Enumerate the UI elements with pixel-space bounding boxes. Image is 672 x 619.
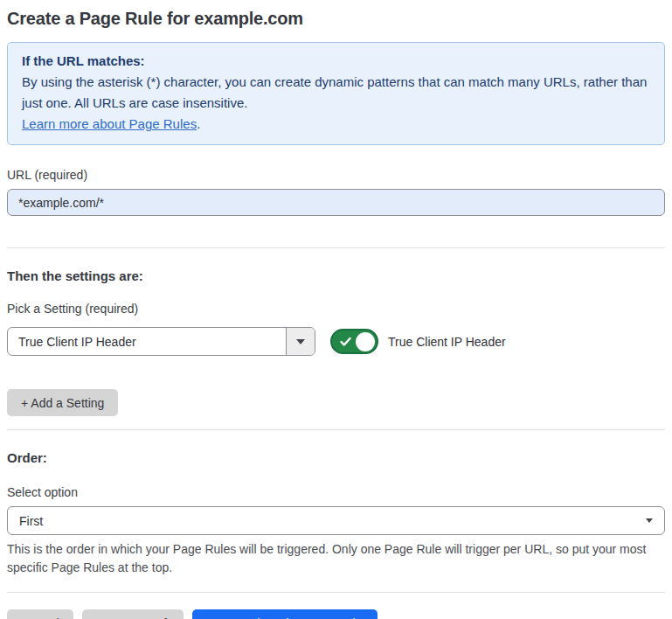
select-option-label: Select option — [7, 485, 665, 500]
url-label: URL (required) — [7, 168, 665, 183]
learn-more-link[interactable]: Learn more about Page Rules — [22, 116, 197, 131]
info-box-body: By using the asterisk (*) character, you… — [22, 72, 650, 114]
add-setting-button[interactable]: + Add a Setting — [7, 389, 118, 416]
url-input[interactable] — [7, 189, 665, 216]
settings-section-heading: Then the settings are: — [7, 268, 665, 283]
divider — [7, 592, 665, 593]
actions-row: Cancel Save as Draft Save and Deploy Pag… — [7, 609, 665, 619]
order-select[interactable]: First — [7, 506, 665, 535]
url-match-info-box: If the URL matches: By using the asteris… — [7, 42, 665, 145]
setting-select[interactable]: True Client IP Header — [7, 327, 315, 356]
check-icon — [340, 337, 351, 346]
setting-select-value: True Client IP Header — [8, 328, 286, 355]
save-draft-button[interactable]: Save as Draft — [82, 609, 184, 619]
cancel-button[interactable]: Cancel — [7, 609, 73, 619]
true-client-ip-toggle[interactable] — [330, 329, 378, 354]
order-help-text: This is the order in which your Page Rul… — [7, 540, 658, 577]
learn-more-link-suffix: . — [197, 116, 200, 131]
toggle-wrap: True Client IP Header — [330, 329, 506, 354]
create-page-rule-page: Create a Page Rule for example.com If th… — [0, 0, 672, 619]
setting-row: True Client IP Header True Client IP Hea… — [7, 327, 665, 356]
caret-down-icon — [646, 518, 653, 523]
setting-select-caret-button[interactable] — [286, 328, 315, 355]
order-section-heading: Order: — [7, 450, 665, 465]
caret-down-icon — [296, 339, 305, 344]
toggle-setting-label: True Client IP Header — [388, 335, 506, 349]
divider — [7, 429, 665, 430]
page-title: Create a Page Rule for example.com — [7, 9, 665, 29]
info-box-heading: If the URL matches: — [22, 51, 650, 72]
save-deploy-button[interactable]: Save and Deploy Page Rule — [192, 609, 378, 619]
divider — [7, 247, 665, 248]
toggle-knob — [356, 332, 375, 351]
pick-setting-label: Pick a Setting (required) — [7, 302, 665, 316]
info-link-row: Learn more about Page Rules. — [22, 114, 650, 135]
order-select-value: First — [19, 514, 43, 528]
